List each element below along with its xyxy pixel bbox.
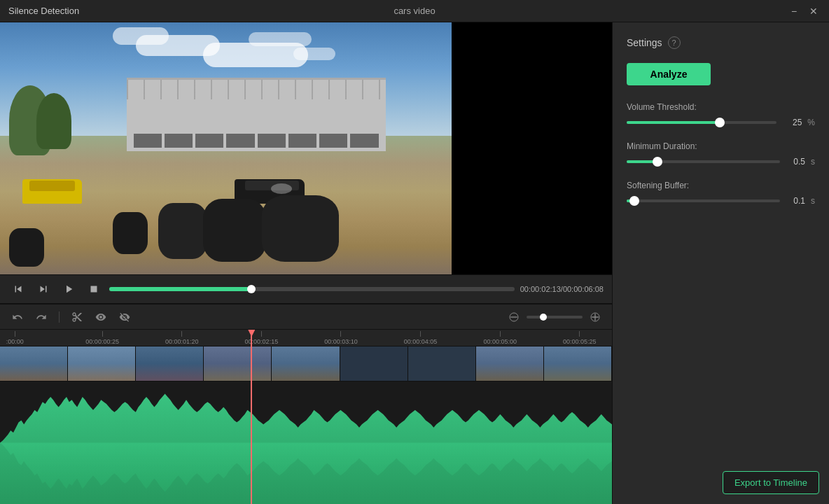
volume-threshold-thumb — [715, 118, 725, 127]
scissors-icon — [71, 312, 83, 323]
cloud — [293, 48, 335, 60]
eye-button[interactable] — [92, 308, 110, 326]
no-eye-button[interactable] — [116, 308, 134, 326]
building — [127, 78, 386, 151]
ruler-mark-6: 00:00:05:00 — [483, 331, 517, 345]
softening-buffer-slider[interactable] — [627, 200, 780, 202]
export-btn-container: Export to Timeline — [723, 471, 819, 494]
zoom-slider-thumb — [540, 314, 547, 321]
undo-icon — [12, 312, 23, 323]
windows — [134, 134, 379, 148]
video-thumb-2 — [68, 346, 136, 381]
timeline-toolbar — [0, 304, 612, 330]
progress-thumb — [247, 285, 256, 293]
volume-threshold-control: 25 % — [627, 118, 815, 127]
ruler-mark-0: :00:00 — [6, 331, 24, 345]
timeline-ruler: :00:00 00:00:00:25 00:00:01:20 00:00:02:… — [0, 330, 612, 346]
zoom-slider[interactable] — [527, 316, 583, 318]
stop-button[interactable] — [84, 279, 104, 299]
step-back-button[interactable] — [8, 279, 28, 299]
tire-pile — [203, 199, 266, 262]
softening-buffer-value: 0.1 — [786, 196, 805, 206]
ruler-mark-2: 00:00:01:20 — [165, 331, 199, 345]
softening-buffer-control: 0.1 s — [627, 196, 815, 206]
step-back-icon — [12, 283, 25, 295]
time-current: 00:00:02:13 — [520, 285, 561, 293]
min-duration-slider[interactable] — [627, 160, 780, 163]
min-duration-value: 0.5 — [786, 157, 805, 167]
main-layout: 00:00:02:13/00:00:06:08 — [0, 22, 829, 504]
step-forward-button[interactable] — [34, 279, 53, 299]
video-thumbnails — [0, 346, 612, 381]
zoom-in-button[interactable] — [587, 309, 604, 326]
timeline-outer: :00:00 00:00:00:25 00:00:01:20 00:00:02:… — [0, 330, 612, 504]
playback-controls: 00:00:02:13/00:00:06:08 — [0, 274, 612, 303]
volume-threshold-fill — [627, 121, 720, 124]
ruler-mark-4: 00:00:03:10 — [324, 331, 358, 345]
tire-pile — [158, 203, 207, 259]
cut-button[interactable] — [68, 308, 86, 326]
left-panel: 00:00:02:13/00:00:06:08 — [0, 22, 612, 504]
softening-buffer-label: Softening Buffer: — [627, 181, 815, 190]
video-frame — [0, 22, 452, 274]
min-duration-row: Minimum Duration: 0.5 s — [627, 141, 815, 167]
tire-pile — [9, 228, 44, 267]
eye-off-icon — [119, 312, 130, 323]
tree — [36, 93, 71, 149]
video-container — [0, 22, 612, 274]
tire-pile — [113, 212, 148, 254]
min-duration-control: 0.5 s — [627, 157, 815, 167]
progress-fill — [109, 287, 251, 291]
play-button[interactable] — [59, 279, 78, 299]
redo-button[interactable] — [32, 308, 50, 326]
min-duration-thumb — [653, 157, 662, 167]
waveform-svg — [0, 382, 612, 504]
ruler-mark-1: 00:00:00:25 — [85, 331, 119, 345]
titlebar: Silence Detection cars video − ✕ — [0, 0, 829, 22]
video-thumb-4 — [204, 346, 272, 381]
minimize-button[interactable]: − — [787, 4, 801, 18]
zoom-out-button[interactable] — [506, 309, 522, 326]
min-duration-unit: s — [811, 157, 815, 167]
settings-title: Settings — [627, 37, 662, 48]
cloud — [113, 27, 169, 45]
video-thumb-9 — [544, 346, 612, 381]
tire-pile — [262, 195, 339, 262]
settings-header: Settings ? — [627, 36, 815, 49]
window-controls: − ✕ — [787, 4, 821, 18]
time-total: 00:00:06:08 — [563, 285, 604, 293]
playhead[interactable] — [251, 330, 252, 504]
cloud — [249, 32, 312, 46]
volume-threshold-label: Volume Threshold: — [627, 102, 815, 112]
toolbar-divider — [59, 312, 60, 323]
eye-icon — [95, 312, 106, 323]
close-button[interactable]: ✕ — [807, 4, 821, 18]
dust — [271, 183, 292, 194]
min-duration-label: Minimum Duration: — [627, 141, 815, 151]
audio-track — [0, 382, 612, 504]
video-thumb-6 — [340, 346, 408, 381]
time-display: 00:00:02:13/00:00:06:08 — [520, 285, 604, 293]
softening-buffer-unit: s — [811, 196, 815, 206]
volume-threshold-unit: % — [807, 118, 815, 127]
progress-bar[interactable] — [109, 287, 515, 291]
zoom-out-icon — [508, 312, 520, 323]
redo-icon — [36, 312, 47, 323]
volume-threshold-row: Volume Threshold: 25 % — [627, 102, 815, 127]
softening-buffer-thumb — [629, 196, 639, 206]
volume-threshold-slider[interactable] — [627, 121, 776, 124]
step-forward-icon — [37, 283, 50, 295]
video-thumb-5 — [272, 346, 340, 381]
export-timeline-button[interactable]: Export to Timeline — [723, 471, 819, 494]
video-thumb-8 — [476, 346, 544, 381]
analyze-button[interactable]: Analyze — [627, 63, 711, 85]
volume-threshold-value: 25 — [782, 118, 802, 127]
svg-rect-0 — [91, 286, 97, 293]
video-title: cars video — [393, 6, 435, 16]
help-button[interactable]: ? — [668, 36, 681, 49]
video-track — [0, 346, 612, 382]
softening-buffer-row: Softening Buffer: 0.1 s — [627, 181, 815, 206]
video-section: 00:00:02:13/00:00:06:08 — [0, 22, 612, 303]
timeline-section: :00:00 00:00:00:25 00:00:01:20 00:00:02:… — [0, 303, 612, 504]
undo-button[interactable] — [8, 308, 27, 326]
